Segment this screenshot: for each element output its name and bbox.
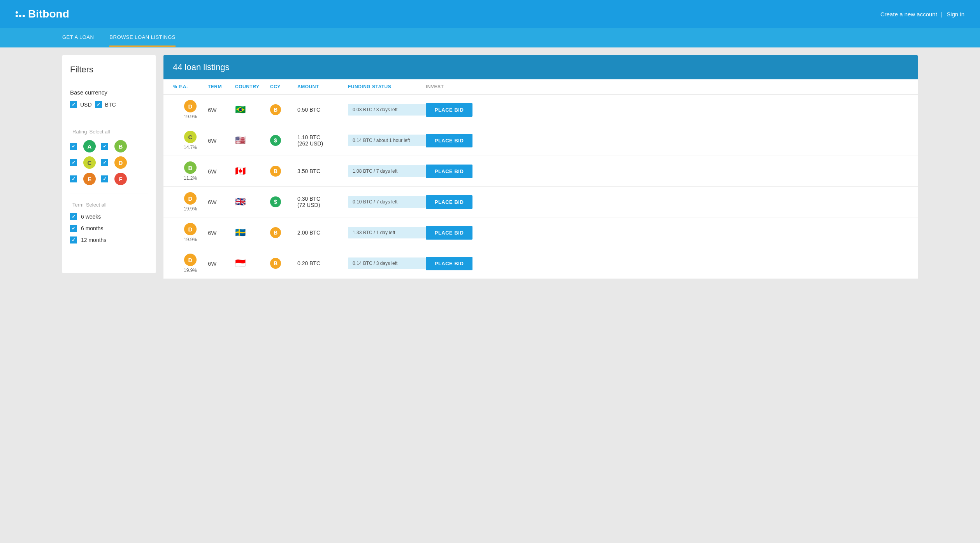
term-6m-row: 6 months xyxy=(70,225,148,232)
base-currency-section: Base currency USD BTC xyxy=(70,89,148,120)
rating-a-checkbox[interactable] xyxy=(70,143,77,150)
term-6w-row: 6 weeks xyxy=(70,213,148,220)
term-0: 6W xyxy=(208,107,235,113)
pct-0: 19.9% xyxy=(184,114,197,119)
table-row: D 19.9% 6W 🇸🇪 B 2.00 BTC 1.33 BTC / 1 da… xyxy=(163,217,918,248)
col-invest: INVEST xyxy=(426,84,472,89)
rating-f-checkbox[interactable] xyxy=(101,175,108,182)
main-nav: GET A LOAN BROWSE LOAN LISTINGS xyxy=(0,28,980,47)
rating-cell-5: D 19.9% xyxy=(173,254,208,273)
flag-2: 🇨🇦 xyxy=(235,166,270,176)
auth-separator: | xyxy=(941,11,943,18)
table-row: D 19.9% 6W 🇮🇩 B 0.20 BTC 0.14 BTC / 3 da… xyxy=(163,248,918,279)
auth-links: Create a new account | Sign in xyxy=(880,11,964,18)
base-currency-title: Base currency xyxy=(70,89,148,96)
term-6m-checkbox[interactable] xyxy=(70,225,77,232)
rating-badge-c: C xyxy=(83,156,96,169)
col-amount: AMOUNT xyxy=(297,84,348,89)
rating-title: RatingSelect all xyxy=(70,128,148,135)
amount-2: 3.50 BTC xyxy=(297,168,348,174)
funding-4: 1.33 BTC / 1 day left xyxy=(348,227,426,238)
col-funding: FUNDING STATUS xyxy=(348,84,426,89)
rating-cell-1: C 14.7% xyxy=(173,131,208,150)
funding-2: 1.08 BTC / 7 days left xyxy=(348,165,426,177)
place-bid-2[interactable]: PLACE BID xyxy=(426,165,472,178)
ccy-4: B xyxy=(270,227,281,238)
filters-panel: Filters Base currency USD BTC RatingSele… xyxy=(62,55,156,273)
btc-checkbox[interactable] xyxy=(95,101,102,108)
place-bid-5[interactable]: PLACE BID xyxy=(426,257,472,270)
funding-5: 0.14 BTC / 3 days left xyxy=(348,257,426,269)
pct-2: 11.2% xyxy=(184,175,197,181)
place-bid-0[interactable]: PLACE BID xyxy=(426,103,472,117)
rating-grid: A B C D E F xyxy=(70,140,148,185)
term-12m-label: 12 months xyxy=(81,237,106,243)
rating-badge-1: C xyxy=(184,131,197,143)
term-6m-label: 6 months xyxy=(81,225,104,231)
usd-checkbox[interactable] xyxy=(70,101,77,108)
table-row: D 19.9% 6W 🇧🇷 B 0.50 BTC 0.03 BTC / 3 da… xyxy=(163,95,918,125)
header: Bitbond Create a new account | Sign in xyxy=(0,0,980,28)
rating-cell-0: D 19.9% xyxy=(173,100,208,119)
rating-badge-5: D xyxy=(184,254,197,266)
col-pct: % P.A. xyxy=(173,84,208,89)
funding-3: 0.10 BTC / 7 days left xyxy=(348,196,426,208)
rating-b-checkbox[interactable] xyxy=(101,143,108,150)
rating-d-checkbox[interactable] xyxy=(101,159,108,166)
amount-4: 2.00 BTC xyxy=(297,229,348,236)
term-title: TermSelect all xyxy=(70,201,148,208)
funding-1: 0.14 BTC / about 1 hour left xyxy=(348,135,426,146)
table-row: D 19.9% 6W 🇬🇧 $ 0.30 BTC (72 USD) 0.10 B… xyxy=(163,187,918,217)
ccy-3: $ xyxy=(270,196,281,207)
place-bid-4[interactable]: PLACE BID xyxy=(426,226,472,240)
amount-1: 1.10 BTC (262 USD) xyxy=(297,134,348,147)
rating-badge-b: B xyxy=(114,140,127,152)
term-4: 6W xyxy=(208,229,235,236)
logo: Bitbond xyxy=(16,8,69,20)
table-header: % P.A. TERM COUNTRY CCY AMOUNT FUNDING S… xyxy=(163,79,918,95)
listings-header: 44 loan listings xyxy=(163,55,918,79)
ccy-2: B xyxy=(270,166,281,177)
listings-table: % P.A. TERM COUNTRY CCY AMOUNT FUNDING S… xyxy=(163,79,918,279)
rating-badge-d: D xyxy=(114,156,127,169)
pct-1: 14.7% xyxy=(184,145,197,150)
logo-icon xyxy=(16,11,25,17)
table-row: B 11.2% 6W 🇨🇦 B 3.50 BTC 1.08 BTC / 7 da… xyxy=(163,156,918,187)
rating-cell-3: D 19.9% xyxy=(173,192,208,212)
funding-0: 0.03 BTC / 3 days left xyxy=(348,104,426,116)
usd-row: USD BTC xyxy=(70,101,148,108)
listings-title: 44 loan listings xyxy=(173,62,908,72)
term-12m-row: 12 months xyxy=(70,236,148,243)
pct-4: 19.9% xyxy=(184,237,197,242)
table-row: C 14.7% 6W 🇺🇸 $ 1.10 BTC (262 USD) 0.14 … xyxy=(163,125,918,156)
amount-3: 0.30 BTC (72 USD) xyxy=(297,196,348,208)
flag-5: 🇮🇩 xyxy=(235,258,270,268)
ccy-5: B xyxy=(270,258,281,269)
term-12m-checkbox[interactable] xyxy=(70,236,77,243)
rating-badge-0: D xyxy=(184,100,197,112)
rating-badge-2: B xyxy=(184,161,197,174)
amount-0: 0.50 BTC xyxy=(297,107,348,113)
term-6w-checkbox[interactable] xyxy=(70,213,77,220)
flag-4: 🇸🇪 xyxy=(235,228,270,238)
flag-0: 🇧🇷 xyxy=(235,105,270,115)
rating-c-checkbox[interactable] xyxy=(70,159,77,166)
col-ccy: CCY xyxy=(270,84,297,89)
place-bid-3[interactable]: PLACE BID xyxy=(426,195,472,209)
filters-title: Filters xyxy=(70,65,148,81)
nav-get-loan[interactable]: GET A LOAN xyxy=(62,29,94,47)
place-bid-1[interactable]: PLACE BID xyxy=(426,134,472,147)
sign-in-link[interactable]: Sign in xyxy=(947,11,964,18)
term-1: 6W xyxy=(208,137,235,144)
rating-badge-f: F xyxy=(114,173,127,185)
nav-browse-listings[interactable]: BROWSE LOAN LISTINGS xyxy=(109,29,176,47)
rating-e-checkbox[interactable] xyxy=(70,175,77,182)
ccy-1: $ xyxy=(270,135,281,146)
create-account-link[interactable]: Create a new account xyxy=(880,11,937,18)
rating-badge-a: A xyxy=(83,140,96,152)
term-5: 6W xyxy=(208,260,235,267)
col-term: TERM xyxy=(208,84,235,89)
rating-cell-2: B 11.2% xyxy=(173,161,208,181)
btc-label: BTC xyxy=(105,102,116,108)
rating-section: RatingSelect all A B C D E F xyxy=(70,128,148,193)
